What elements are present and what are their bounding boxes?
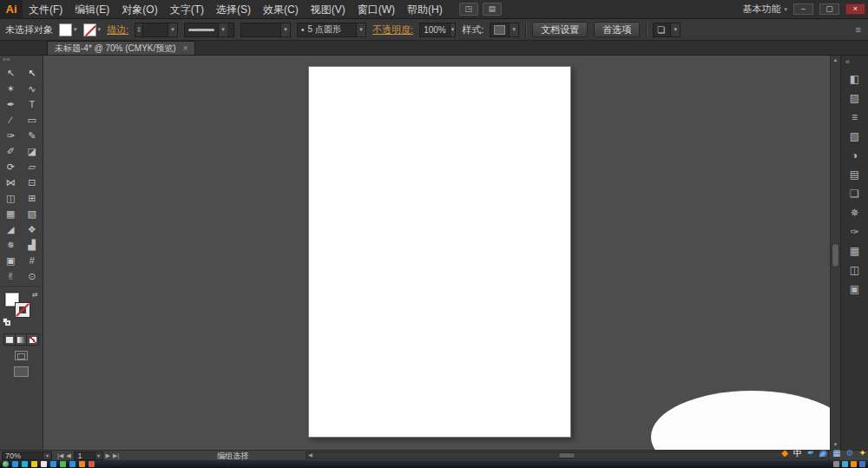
- fill-color-swatch[interactable]: ▾: [59, 23, 77, 36]
- menu-view[interactable]: 视图(V): [305, 0, 352, 19]
- ime-pen-icon[interactable]: ✒: [807, 446, 814, 460]
- width-tool[interactable]: ⋈: [0, 175, 22, 190]
- rotate-tool[interactable]: ⟳: [0, 159, 22, 175]
- column-graph-tool[interactable]: ▟: [22, 237, 43, 253]
- input-method-logo-icon[interactable]: ◆: [781, 446, 788, 460]
- screen-mode-button[interactable]: [14, 366, 29, 377]
- blob-brush-tool[interactable]: ✐: [0, 143, 22, 159]
- chevron-down-icon[interactable]: ▾: [450, 23, 455, 36]
- taskbar-app-icon[interactable]: [22, 461, 28, 467]
- ime-round-icon[interactable]: ◉: [819, 446, 827, 460]
- document-setup-button[interactable]: 文档设置: [532, 22, 588, 37]
- taskbar-app-icon[interactable]: [31, 461, 37, 467]
- taskbar-app-icon[interactable]: [41, 461, 47, 467]
- paintbrush-tool[interactable]: ✑: [0, 128, 22, 143]
- menu-effect[interactable]: 效果(C): [257, 0, 305, 19]
- artboard-tool[interactable]: ▣: [0, 253, 22, 268]
- scale-tool[interactable]: ▱: [22, 159, 43, 175]
- preferences-button[interactable]: 首选项: [594, 22, 640, 37]
- stroke-color-swatch[interactable]: ▾: [83, 23, 102, 36]
- blend-tool[interactable]: ❖: [22, 221, 43, 237]
- transparency-panel-icon[interactable]: ◑: [841, 146, 868, 165]
- lasso-tool[interactable]: ∿: [22, 81, 43, 96]
- menu-object[interactable]: 对象(O): [115, 0, 163, 19]
- stroke-weight-select[interactable]: ⇕ ▾: [135, 23, 178, 37]
- taskbar-app-icon[interactable]: [50, 461, 56, 467]
- pencil-tool[interactable]: ✎: [22, 128, 43, 143]
- taskbar-app-icon[interactable]: [60, 461, 66, 467]
- symbols-panel-icon[interactable]: ✵: [841, 203, 868, 222]
- workspace-switcher[interactable]: 基本功能 ▾: [742, 3, 787, 16]
- free-transform-tool[interactable]: ⊡: [22, 175, 43, 190]
- type-tool[interactable]: T: [22, 96, 43, 112]
- artboard[interactable]: [308, 66, 571, 438]
- stroke-color-well[interactable]: [16, 303, 30, 317]
- shape-builder-tool[interactable]: ◫: [0, 190, 22, 206]
- menu-window[interactable]: 窗口(W): [352, 0, 401, 19]
- ime-star-icon[interactable]: ✦: [859, 446, 866, 460]
- brush-definition-select[interactable]: • 5 点圆形 ▾: [297, 23, 366, 37]
- style-select[interactable]: ▾: [490, 23, 519, 37]
- eraser-tool[interactable]: ◪: [22, 143, 43, 159]
- swatches-panel-icon[interactable]: ▦: [841, 241, 868, 260]
- gradient-panel-icon[interactable]: ▧: [841, 127, 868, 146]
- slice-tool[interactable]: #: [22, 253, 43, 268]
- chevron-down-icon[interactable]: ▾: [95, 452, 102, 459]
- brushes-panel-icon[interactable]: ✑: [841, 222, 868, 241]
- taskbar-app-icon[interactable]: [79, 461, 85, 467]
- document-options-select[interactable]: ❏ ▾: [653, 23, 681, 37]
- menu-type[interactable]: 文字(T): [164, 0, 210, 19]
- start-button[interactable]: [3, 461, 9, 467]
- opacity-select[interactable]: 100% ▾: [419, 23, 456, 37]
- opacity-panel-link[interactable]: 不透明度:: [372, 23, 413, 36]
- perspective-grid-tool[interactable]: ⊞: [22, 190, 43, 206]
- expand-panels-chevron[interactable]: «: [841, 56, 868, 69]
- direct-selection-tool[interactable]: ↖: [22, 65, 43, 81]
- bridge-icon[interactable]: ◳: [459, 3, 478, 16]
- gradient-button[interactable]: [16, 334, 27, 345]
- graphic-styles-panel-icon[interactable]: ❏: [841, 184, 868, 203]
- tray-icon[interactable]: [842, 461, 848, 467]
- default-fill-stroke-icon[interactable]: [3, 318, 11, 326]
- color-panel-icon[interactable]: ◧: [841, 69, 868, 89]
- chevron-down-icon[interactable]: ▾: [218, 23, 227, 36]
- tray-icon[interactable]: [833, 461, 839, 467]
- control-panel-menu-icon[interactable]: ≡: [856, 24, 863, 35]
- stroke-panel-icon[interactable]: ≡: [841, 108, 868, 127]
- selection-tool[interactable]: ↖: [0, 65, 22, 81]
- color-button[interactable]: [4, 334, 16, 345]
- zoom-tool[interactable]: ⊙: [22, 268, 43, 284]
- taskbar-app-icon[interactable]: [12, 461, 18, 467]
- line-segment-tool[interactable]: ∕: [0, 112, 22, 128]
- next-artboard-button[interactable]: ▶: [106, 452, 110, 460]
- artboard-number-select[interactable]: 1 ▾: [74, 452, 103, 460]
- fill-color-well[interactable]: [59, 23, 72, 36]
- restore-button[interactable]: ▢: [819, 3, 839, 15]
- width-profile-select[interactable]: ▾: [184, 23, 234, 37]
- chevron-down-icon[interactable]: ▾: [509, 23, 518, 36]
- chevron-down-icon[interactable]: ▾: [356, 23, 365, 36]
- arrange-documents-icon[interactable]: ▤: [483, 3, 502, 16]
- gradient-tool[interactable]: ▧: [22, 206, 43, 221]
- brush-stroke-select[interactable]: ▾: [240, 23, 291, 37]
- chevron-down-icon[interactable]: ▾: [670, 23, 680, 36]
- spinner-icon[interactable]: ⇕: [135, 23, 143, 36]
- scroll-left-icon[interactable]: ◀: [306, 452, 314, 458]
- appearance-panel-icon[interactable]: ▤: [841, 165, 868, 184]
- previous-artboard-button[interactable]: ◀: [66, 452, 70, 460]
- menu-select[interactable]: 选择(S): [210, 0, 257, 19]
- pen-tool[interactable]: ✒: [0, 96, 22, 112]
- document-tab[interactable]: 未标题-4* @ 70% (CMYK/预览) ×: [47, 41, 195, 55]
- mesh-tool[interactable]: ▦: [0, 206, 22, 221]
- magic-wand-tool[interactable]: ✶: [0, 81, 22, 96]
- close-tab-icon[interactable]: ×: [183, 43, 188, 53]
- chevron-down-icon[interactable]: ▾: [168, 23, 177, 36]
- taskbar-app-icon[interactable]: [69, 461, 76, 467]
- vertical-scrollbar[interactable]: ▲ ▼: [830, 56, 840, 450]
- rectangle-tool[interactable]: ▭: [22, 112, 43, 128]
- eyedropper-tool[interactable]: ◢: [0, 221, 22, 237]
- none-button[interactable]: [27, 334, 38, 345]
- close-button[interactable]: ×: [845, 3, 865, 15]
- symbol-sprayer-tool[interactable]: ✵: [0, 237, 22, 253]
- minimize-button[interactable]: –: [793, 3, 813, 15]
